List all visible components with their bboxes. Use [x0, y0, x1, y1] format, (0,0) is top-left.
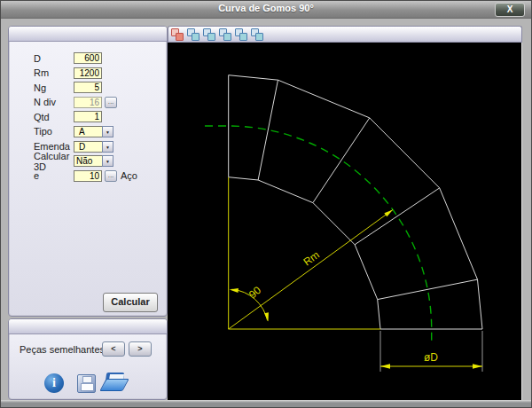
rm-dimension-label: Rm	[301, 248, 322, 268]
floppy-label-icon	[81, 383, 94, 391]
tipo-value: A	[74, 126, 102, 137]
similar-parts-panel-header	[9, 319, 167, 334]
field-row-tipo: Tipo A ▼	[34, 126, 167, 137]
copy-red-toolbar-button[interactable]	[171, 28, 184, 41]
e-browse-button[interactable]: ...	[105, 170, 117, 182]
material-label: Aço	[121, 170, 137, 181]
elbow-joint-lines	[258, 80, 477, 299]
diameter-dimension-label: øD	[424, 351, 438, 364]
save-button[interactable]	[77, 374, 96, 393]
ndiv-label: N div	[34, 97, 74, 107]
form-rows: D Rm Ng N div ... Qtd Tipo	[9, 52, 167, 184]
diameter-arrowhead-right-icon	[473, 364, 482, 368]
angle-arrowhead-bottom-icon	[264, 312, 269, 321]
similar-parts-label: Peças semelhantes	[20, 344, 105, 355]
window-bottom-frame	[1, 400, 531, 407]
centerline-dashed-arc	[205, 126, 432, 345]
field-row-ndiv: N div ...	[34, 97, 167, 108]
copy-toolbar-button-4[interactable]	[219, 28, 231, 41]
drawing-canvas: Rm 90 øD	[168, 43, 522, 400]
info-button[interactable]: i	[44, 373, 64, 393]
diameter-arrowhead-left-icon	[380, 364, 390, 368]
close-button[interactable]: X	[495, 3, 525, 17]
ndiv-input	[74, 97, 102, 108]
previous-part-button[interactable]: <	[102, 341, 125, 357]
rm-arrowhead-icon	[384, 209, 393, 216]
e-input[interactable]	[74, 170, 102, 182]
open-folder-button[interactable]	[103, 373, 128, 393]
copy-toolbar-button-2[interactable]	[187, 28, 200, 41]
elbow-drawing: Rm 90 øD	[168, 43, 522, 400]
rm-input[interactable]	[74, 67, 102, 79]
ng-label: Ng	[34, 82, 74, 93]
angle-dimension-label: 90	[246, 284, 263, 302]
elbow-outer-outline	[229, 75, 482, 329]
parameters-panel: D Rm Ng N div ... Qtd Tipo	[8, 26, 168, 317]
tipo-select[interactable]: A ▼	[74, 126, 113, 137]
emenda-value: D	[74, 141, 102, 153]
calcular3d-value: Não	[74, 155, 102, 167]
title-bar[interactable]: Curva de Gomos 90° X	[1, 1, 531, 19]
copy-toolbar-button-5[interactable]	[235, 28, 247, 41]
qtd-input[interactable]	[74, 111, 102, 122]
field-row-rm: Rm	[34, 67, 167, 79]
elbow-inner-outline	[229, 177, 380, 329]
angle-arrowhead-top-icon	[230, 288, 239, 293]
app-window: Curva de Gomos 90° X D Rm Ng N div ...	[0, 0, 532, 408]
similar-parts-panel: Peças semelhantes < > i	[8, 318, 168, 400]
folder-front-icon	[99, 379, 129, 391]
copy-toolbar-button-3[interactable]	[203, 28, 215, 41]
drawing-toolbar	[168, 26, 522, 43]
field-row-calcular3d: Calcular 3D Não ▼	[34, 155, 167, 167]
window-title: Curva de Gomos 90°	[1, 3, 531, 13]
ng-input[interactable]	[74, 82, 102, 93]
field-row-e: e ... Aço	[34, 170, 167, 182]
floppy-shutter-icon	[82, 376, 92, 383]
copy-toolbar-button-6[interactable]	[251, 28, 263, 41]
d-label: D	[34, 53, 74, 64]
emenda-select[interactable]: D ▼	[74, 141, 113, 153]
qtd-label: Qtd	[34, 112, 74, 122]
calcular3d-dropdown-arrow-icon[interactable]: ▼	[102, 155, 113, 167]
field-row-qtd: Qtd	[34, 111, 167, 122]
tipo-label: Tipo	[34, 126, 74, 137]
field-row-ng: Ng	[34, 82, 167, 93]
calcular3d-select[interactable]: Não ▼	[74, 155, 113, 167]
tipo-dropdown-arrow-icon[interactable]: ▼	[102, 126, 113, 137]
next-part-button[interactable]: >	[129, 341, 152, 357]
calcular3d-label: Calcular 3D	[34, 151, 74, 172]
rm-label: Rm	[34, 67, 74, 78]
e-label: e	[34, 170, 74, 181]
d-input[interactable]	[74, 52, 102, 64]
calculate-button[interactable]: Calcular	[103, 293, 158, 312]
ndiv-browse-button[interactable]: ...	[105, 97, 117, 108]
field-row-d: D	[34, 52, 167, 64]
parameters-panel-header	[9, 27, 167, 42]
emenda-dropdown-arrow-icon[interactable]: ▼	[102, 141, 113, 153]
